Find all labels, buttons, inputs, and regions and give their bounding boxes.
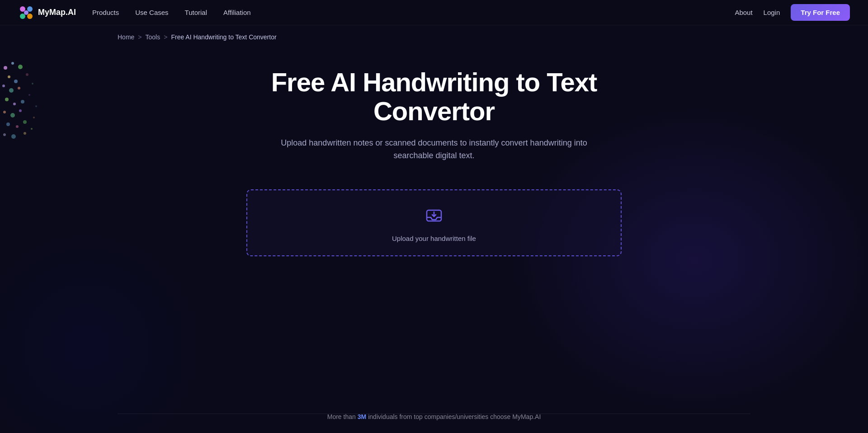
nav-products[interactable]: Products [92, 7, 119, 18]
logo[interactable]: MyMap.AI [18, 5, 76, 21]
footer-prefix: More than [327, 413, 356, 420]
footer-highlight: 3M [358, 413, 366, 420]
nav-affiliation[interactable]: Affiliation [223, 7, 251, 18]
upload-area[interactable]: Upload your handwritten file [246, 189, 622, 256]
try-for-free-button[interactable]: Try For Free [791, 4, 850, 21]
breadcrumb-sep-2: > [164, 33, 167, 41]
breadcrumb-sep-1: > [138, 33, 142, 41]
navbar: MyMap.AI Products Use Cases Tutorial Aff… [0, 0, 868, 25]
breadcrumb: Home > Tools > Free AI Handwriting to Te… [0, 25, 868, 41]
navbar-right: About Login Try For Free [735, 4, 850, 21]
svg-point-26 [20, 6, 25, 12]
svg-point-29 [27, 14, 33, 19]
breadcrumb-home[interactable]: Home [118, 33, 134, 41]
svg-point-27 [27, 6, 33, 12]
navbar-left: MyMap.AI Products Use Cases Tutorial Aff… [18, 5, 251, 21]
nav-tutorial[interactable]: Tutorial [185, 7, 207, 18]
upload-label: Upload your handwritten file [392, 235, 476, 242]
upload-icon [423, 204, 445, 227]
login-button[interactable]: Login [764, 9, 780, 16]
logo-text: MyMap.AI [38, 8, 76, 17]
breadcrumb-current: Free AI Handwriting to Text Convertor [171, 33, 276, 41]
about-link[interactable]: About [735, 7, 752, 18]
svg-point-28 [20, 14, 25, 19]
nav-use-cases[interactable]: Use Cases [135, 7, 168, 18]
svg-point-30 [24, 10, 28, 15]
footer-text: More than 3M individuals from top compan… [327, 413, 541, 420]
page-title: Free AI Handwriting to Text Convertor [231, 68, 637, 126]
main-content: Free AI Handwriting to Text Convertor Up… [0, 41, 868, 256]
page-subtitle: Upload handwritten notes or scanned docu… [276, 136, 592, 163]
logo-icon [18, 5, 34, 21]
footer-suffix: individuals from top companies/universit… [368, 413, 541, 420]
breadcrumb-tools[interactable]: Tools [146, 33, 160, 41]
